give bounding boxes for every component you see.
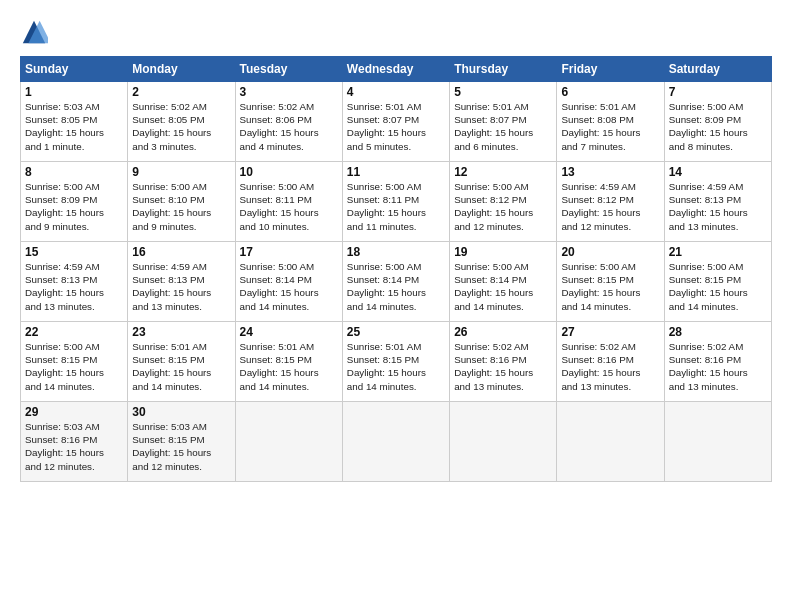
calendar-cell: 30Sunrise: 5:03 AMSunset: 8:15 PMDayligh… — [128, 402, 235, 482]
day-number: 14 — [669, 165, 767, 179]
day-number: 12 — [454, 165, 552, 179]
day-number: 5 — [454, 85, 552, 99]
calendar-cell: 8Sunrise: 5:00 AMSunset: 8:09 PMDaylight… — [21, 162, 128, 242]
page: SundayMondayTuesdayWednesdayThursdayFrid… — [0, 0, 792, 612]
day-info: Sunrise: 5:01 AMSunset: 8:15 PMDaylight:… — [132, 340, 230, 393]
day-info: Sunrise: 5:00 AMSunset: 8:11 PMDaylight:… — [240, 180, 338, 233]
weekday-header-row: SundayMondayTuesdayWednesdayThursdayFrid… — [21, 57, 772, 82]
calendar-cell: 16Sunrise: 4:59 AMSunset: 8:13 PMDayligh… — [128, 242, 235, 322]
day-number: 16 — [132, 245, 230, 259]
day-number: 30 — [132, 405, 230, 419]
day-info: Sunrise: 4:59 AMSunset: 8:13 PMDaylight:… — [132, 260, 230, 313]
calendar-cell — [664, 402, 771, 482]
calendar-cell: 6Sunrise: 5:01 AMSunset: 8:08 PMDaylight… — [557, 82, 664, 162]
calendar-cell: 27Sunrise: 5:02 AMSunset: 8:16 PMDayligh… — [557, 322, 664, 402]
day-info: Sunrise: 5:03 AMSunset: 8:16 PMDaylight:… — [25, 420, 123, 473]
calendar-cell: 15Sunrise: 4:59 AMSunset: 8:13 PMDayligh… — [21, 242, 128, 322]
day-number: 3 — [240, 85, 338, 99]
weekday-header-friday: Friday — [557, 57, 664, 82]
day-info: Sunrise: 5:00 AMSunset: 8:15 PMDaylight:… — [25, 340, 123, 393]
day-info: Sunrise: 5:00 AMSunset: 8:14 PMDaylight:… — [240, 260, 338, 313]
weekday-header-sunday: Sunday — [21, 57, 128, 82]
day-info: Sunrise: 5:02 AMSunset: 8:06 PMDaylight:… — [240, 100, 338, 153]
calendar-cell: 12Sunrise: 5:00 AMSunset: 8:12 PMDayligh… — [450, 162, 557, 242]
day-info: Sunrise: 5:03 AMSunset: 8:05 PMDaylight:… — [25, 100, 123, 153]
calendar-cell: 11Sunrise: 5:00 AMSunset: 8:11 PMDayligh… — [342, 162, 449, 242]
day-number: 6 — [561, 85, 659, 99]
day-info: Sunrise: 5:01 AMSunset: 8:15 PMDaylight:… — [240, 340, 338, 393]
week-row-1: 1Sunrise: 5:03 AMSunset: 8:05 PMDaylight… — [21, 82, 772, 162]
day-info: Sunrise: 5:01 AMSunset: 8:07 PMDaylight:… — [454, 100, 552, 153]
day-number: 23 — [132, 325, 230, 339]
calendar-cell: 20Sunrise: 5:00 AMSunset: 8:15 PMDayligh… — [557, 242, 664, 322]
calendar-cell: 23Sunrise: 5:01 AMSunset: 8:15 PMDayligh… — [128, 322, 235, 402]
logo — [20, 18, 52, 46]
day-info: Sunrise: 5:00 AMSunset: 8:12 PMDaylight:… — [454, 180, 552, 233]
calendar-cell: 22Sunrise: 5:00 AMSunset: 8:15 PMDayligh… — [21, 322, 128, 402]
day-number: 21 — [669, 245, 767, 259]
day-number: 27 — [561, 325, 659, 339]
day-number: 9 — [132, 165, 230, 179]
day-number: 8 — [25, 165, 123, 179]
day-info: Sunrise: 4:59 AMSunset: 8:13 PMDaylight:… — [669, 180, 767, 233]
day-info: Sunrise: 4:59 AMSunset: 8:12 PMDaylight:… — [561, 180, 659, 233]
day-info: Sunrise: 4:59 AMSunset: 8:13 PMDaylight:… — [25, 260, 123, 313]
day-number: 4 — [347, 85, 445, 99]
day-info: Sunrise: 5:00 AMSunset: 8:15 PMDaylight:… — [669, 260, 767, 313]
day-info: Sunrise: 5:00 AMSunset: 8:09 PMDaylight:… — [25, 180, 123, 233]
day-info: Sunrise: 5:00 AMSunset: 8:15 PMDaylight:… — [561, 260, 659, 313]
calendar-cell: 24Sunrise: 5:01 AMSunset: 8:15 PMDayligh… — [235, 322, 342, 402]
day-info: Sunrise: 5:02 AMSunset: 8:05 PMDaylight:… — [132, 100, 230, 153]
calendar-cell: 4Sunrise: 5:01 AMSunset: 8:07 PMDaylight… — [342, 82, 449, 162]
day-number: 20 — [561, 245, 659, 259]
weekday-header-tuesday: Tuesday — [235, 57, 342, 82]
day-number: 15 — [25, 245, 123, 259]
day-info: Sunrise: 5:02 AMSunset: 8:16 PMDaylight:… — [561, 340, 659, 393]
calendar-cell: 2Sunrise: 5:02 AMSunset: 8:05 PMDaylight… — [128, 82, 235, 162]
weekday-header-monday: Monday — [128, 57, 235, 82]
day-number: 7 — [669, 85, 767, 99]
day-number: 17 — [240, 245, 338, 259]
calendar-cell: 10Sunrise: 5:00 AMSunset: 8:11 PMDayligh… — [235, 162, 342, 242]
day-number: 18 — [347, 245, 445, 259]
logo-icon — [20, 18, 48, 46]
calendar-cell — [450, 402, 557, 482]
calendar-cell — [235, 402, 342, 482]
day-info: Sunrise: 5:00 AMSunset: 8:09 PMDaylight:… — [669, 100, 767, 153]
weekday-header-saturday: Saturday — [664, 57, 771, 82]
day-number: 13 — [561, 165, 659, 179]
day-number: 1 — [25, 85, 123, 99]
calendar: SundayMondayTuesdayWednesdayThursdayFrid… — [20, 56, 772, 482]
calendar-cell: 19Sunrise: 5:00 AMSunset: 8:14 PMDayligh… — [450, 242, 557, 322]
weekday-header-wednesday: Wednesday — [342, 57, 449, 82]
calendar-cell: 28Sunrise: 5:02 AMSunset: 8:16 PMDayligh… — [664, 322, 771, 402]
calendar-cell: 25Sunrise: 5:01 AMSunset: 8:15 PMDayligh… — [342, 322, 449, 402]
day-number: 29 — [25, 405, 123, 419]
weekday-header-thursday: Thursday — [450, 57, 557, 82]
day-info: Sunrise: 5:00 AMSunset: 8:14 PMDaylight:… — [347, 260, 445, 313]
calendar-cell: 13Sunrise: 4:59 AMSunset: 8:12 PMDayligh… — [557, 162, 664, 242]
calendar-cell: 7Sunrise: 5:00 AMSunset: 8:09 PMDaylight… — [664, 82, 771, 162]
calendar-cell: 5Sunrise: 5:01 AMSunset: 8:07 PMDaylight… — [450, 82, 557, 162]
day-number: 24 — [240, 325, 338, 339]
day-info: Sunrise: 5:00 AMSunset: 8:14 PMDaylight:… — [454, 260, 552, 313]
day-info: Sunrise: 5:00 AMSunset: 8:11 PMDaylight:… — [347, 180, 445, 233]
day-info: Sunrise: 5:01 AMSunset: 8:08 PMDaylight:… — [561, 100, 659, 153]
calendar-cell: 26Sunrise: 5:02 AMSunset: 8:16 PMDayligh… — [450, 322, 557, 402]
day-info: Sunrise: 5:03 AMSunset: 8:15 PMDaylight:… — [132, 420, 230, 473]
week-row-2: 8Sunrise: 5:00 AMSunset: 8:09 PMDaylight… — [21, 162, 772, 242]
day-number: 22 — [25, 325, 123, 339]
calendar-cell: 1Sunrise: 5:03 AMSunset: 8:05 PMDaylight… — [21, 82, 128, 162]
day-number: 11 — [347, 165, 445, 179]
calendar-cell: 18Sunrise: 5:00 AMSunset: 8:14 PMDayligh… — [342, 242, 449, 322]
calendar-cell: 14Sunrise: 4:59 AMSunset: 8:13 PMDayligh… — [664, 162, 771, 242]
calendar-cell — [342, 402, 449, 482]
day-info: Sunrise: 5:00 AMSunset: 8:10 PMDaylight:… — [132, 180, 230, 233]
calendar-cell — [557, 402, 664, 482]
day-number: 2 — [132, 85, 230, 99]
day-info: Sunrise: 5:02 AMSunset: 8:16 PMDaylight:… — [669, 340, 767, 393]
week-row-3: 15Sunrise: 4:59 AMSunset: 8:13 PMDayligh… — [21, 242, 772, 322]
day-number: 25 — [347, 325, 445, 339]
calendar-cell: 17Sunrise: 5:00 AMSunset: 8:14 PMDayligh… — [235, 242, 342, 322]
day-info: Sunrise: 5:02 AMSunset: 8:16 PMDaylight:… — [454, 340, 552, 393]
